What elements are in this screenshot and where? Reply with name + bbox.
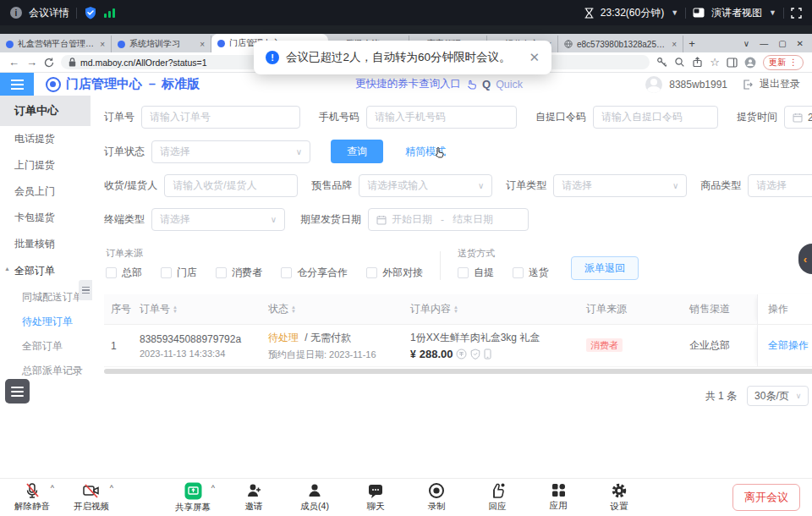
sidebar-group-all-orders[interactable]: 全部订单 xyxy=(0,257,91,285)
profile-icon[interactable] xyxy=(744,57,756,69)
promo-link[interactable]: 更快捷的券卡查询入口 xyxy=(355,77,461,91)
browser-tab-7[interactable]: e8c573980b1328a2586d2e6 × xyxy=(558,36,683,52)
phone-input[interactable]: 请输入手机号码 xyxy=(366,106,517,129)
side-panel-icon[interactable] xyxy=(727,58,738,68)
checkbox-hq[interactable]: 总部 xyxy=(106,266,142,280)
tab-close-icon[interactable]: × xyxy=(672,40,677,49)
checkbox-self-pickup[interactable]: 自提 xyxy=(458,266,494,280)
sidebar-item-card-pickup[interactable]: 卡包提货 xyxy=(0,205,91,231)
zoom-icon[interactable] xyxy=(674,57,685,68)
bookmark-star-icon[interactable]: ☆ xyxy=(710,56,720,69)
dispatch-return-button[interactable]: 派单退回 xyxy=(571,256,639,280)
simple-mode-link[interactable]: 精简模式 xyxy=(405,145,446,159)
view-mode-label[interactable]: 演讲者视图 xyxy=(711,6,762,20)
tab-close-icon[interactable]: × xyxy=(100,40,105,49)
presale-brand-select[interactable]: 请选择或输入 ∨ xyxy=(359,174,492,197)
order-no-input[interactable]: 请输入订单号 xyxy=(141,106,300,129)
start-video-button[interactable]: 开启视频 ^ xyxy=(68,482,115,513)
col-content[interactable]: 订单内容▲▼ xyxy=(410,302,586,316)
checkbox-icon[interactable] xyxy=(216,267,227,278)
quick-search-icon[interactable]: Q xyxy=(482,78,491,91)
logout-label[interactable]: 退出登录 xyxy=(760,77,800,91)
minimize-button[interactable]: — xyxy=(760,39,768,48)
chrome-update-button[interactable]: 更新 ⋮ xyxy=(763,55,804,70)
logout-icon[interactable] xyxy=(743,80,753,90)
pickup-date-range[interactable]: 2022-11-21 - 结束日期 xyxy=(784,106,812,129)
sidebar-sub-pending-orders[interactable]: 待处理订单 xyxy=(0,310,91,334)
reload-icon[interactable] xyxy=(44,58,54,68)
sort-icon[interactable]: ▲▼ xyxy=(453,305,458,314)
checkbox-icon[interactable] xyxy=(458,267,469,278)
view-dropdown-icon[interactable]: ▼ xyxy=(769,8,776,17)
sidebar-sub-city-delivery[interactable]: 同城配送订单 xyxy=(0,285,91,310)
mic-options-chevron[interactable]: ^ xyxy=(51,484,54,492)
sidebar-item-batch-verify[interactable]: 批量核销 xyxy=(0,231,91,257)
fullscreen-icon[interactable] xyxy=(791,8,802,19)
order-type-select[interactable]: 请选择 ∨ xyxy=(553,174,687,197)
scrollbar-thumb[interactable] xyxy=(104,369,812,374)
tab-close-icon[interactable]: × xyxy=(200,40,205,49)
toast-close-icon[interactable]: ✕ xyxy=(529,50,540,65)
col-order-no[interactable]: 订单号▲▼ xyxy=(140,302,268,316)
quick-label[interactable]: Quick xyxy=(496,79,523,91)
horizontal-scrollbar[interactable] xyxy=(104,369,812,374)
forward-icon[interactable]: → xyxy=(26,56,37,69)
user-avatar[interactable] xyxy=(645,76,662,93)
floating-list-button[interactable] xyxy=(5,379,30,403)
invite-button[interactable]: 邀请 xyxy=(230,482,277,513)
pickup-code-input[interactable]: 请输入自提口令码 xyxy=(593,106,718,129)
share-options-chevron[interactable]: ^ xyxy=(211,484,215,492)
sidebar-sub-all-orders[interactable]: 全部订单 xyxy=(0,334,91,359)
window-close-button[interactable]: ✕ xyxy=(797,39,804,48)
col-status[interactable]: 状态▲▼ xyxy=(268,302,410,316)
unmute-button[interactable]: 解除静音 ^ xyxy=(8,482,56,513)
share-icon[interactable] xyxy=(692,57,703,68)
password-key-icon[interactable] xyxy=(656,57,667,68)
sidebar-item-phone-pickup[interactable]: 电话提货 xyxy=(0,126,91,152)
reaction-button[interactable]: 回应 xyxy=(474,482,521,513)
meeting-details-label[interactable]: 会议详情 xyxy=(29,6,69,20)
page-size-select[interactable]: 30条/页 ∨ xyxy=(747,386,809,406)
checkbox-delivery[interactable]: 送货 xyxy=(513,266,549,280)
share-screen-button[interactable]: 共享屏幕 ^ xyxy=(169,482,217,513)
goods-type-select[interactable]: 请选择 ∨ xyxy=(748,174,812,197)
sidebar-item-door-pickup[interactable]: 上门提货 xyxy=(0,152,91,178)
tab-search-icon[interactable]: ∨ xyxy=(743,39,749,48)
ship-date-range[interactable]: 开始日期 - 结束日期 xyxy=(368,208,529,231)
browser-tab-1[interactable]: 礼盒营销平台管理中心 × xyxy=(0,36,112,52)
browser-menu-icon[interactable]: ⋮ xyxy=(789,58,798,67)
timer-dropdown-icon[interactable]: ▼ xyxy=(671,8,678,17)
checkbox-consumer[interactable]: 消费者 xyxy=(216,266,262,280)
menu-toggle-button[interactable] xyxy=(0,73,34,96)
leave-meeting-button[interactable]: 离开会议 xyxy=(732,484,800,511)
back-icon[interactable]: ← xyxy=(8,56,19,69)
chat-button[interactable]: 聊天 xyxy=(352,482,399,513)
checkbox-icon[interactable] xyxy=(106,267,117,278)
security-shield-icon[interactable] xyxy=(84,6,97,19)
record-button[interactable]: 录制 xyxy=(413,482,460,513)
checkbox-icon[interactable] xyxy=(161,267,172,278)
network-signal-icon[interactable] xyxy=(104,8,115,18)
new-tab-button[interactable]: + xyxy=(683,37,700,50)
checkbox-warehouse-share[interactable]: 仓分享合作 xyxy=(281,266,348,280)
checkbox-icon[interactable] xyxy=(366,267,377,278)
all-actions-dropdown[interactable]: 全部操作 ∨ xyxy=(768,338,812,353)
order-status-select[interactable]: 请选择 ∨ xyxy=(151,140,310,163)
search-button[interactable]: 查询 xyxy=(331,140,383,163)
checkbox-external[interactable]: 外部对接 xyxy=(366,266,423,280)
table-row[interactable]: 1 83859345088979792a 2023-11-13 14:33:34… xyxy=(104,325,812,367)
browser-tab-2[interactable]: 系统培训学习 × xyxy=(112,36,211,52)
sort-icon[interactable]: ▲▼ xyxy=(173,305,178,314)
maximize-button[interactable]: ▢ xyxy=(778,39,786,48)
members-button[interactable]: 成员(4) xyxy=(291,482,338,513)
order-no-value[interactable]: 83859345088979792a xyxy=(140,333,268,345)
sidebar-item-member-visit[interactable]: 会员上门 xyxy=(0,178,91,205)
checkbox-icon[interactable] xyxy=(513,267,524,278)
sort-icon[interactable]: ▲▼ xyxy=(291,305,296,314)
receiver-input[interactable]: 请输入收货/提货人 xyxy=(164,174,298,197)
promo-area[interactable]: 更快捷的券卡查询入口 Q Quick xyxy=(355,77,523,91)
checkbox-store[interactable]: 门店 xyxy=(161,266,197,280)
checkbox-icon[interactable] xyxy=(281,267,292,278)
terminal-type-select[interactable]: 请选择 ∨ xyxy=(151,208,285,231)
settings-button[interactable]: 设置 xyxy=(595,482,643,513)
